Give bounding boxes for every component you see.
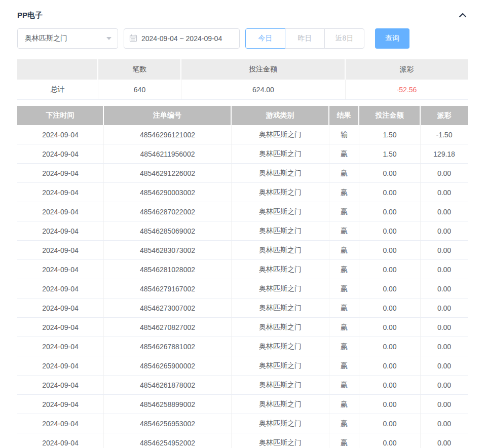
cell-bet-id: 48546254952002 (104, 433, 232, 448)
today-button[interactable]: 今日 (245, 28, 285, 49)
table-row: 2024-09-0448546267881002奥林匹斯之门赢0.000.00 (17, 337, 468, 356)
cell-result: 赢 (329, 298, 359, 317)
cell-bet-time: 2024-09-04 (17, 318, 104, 337)
cell-bet-amount: 1.50 (359, 125, 421, 144)
header-bet-amount: 投注金额 (359, 106, 421, 125)
header-bet-time: 下注时间 (17, 106, 104, 125)
cell-payout: 0.00 (421, 183, 468, 202)
cell-bet-time: 2024-09-04 (17, 298, 104, 317)
cell-bet-id: 48546211956002 (104, 144, 232, 163)
cell-result: 赢 (329, 202, 359, 221)
cell-bet-time: 2024-09-04 (17, 164, 104, 182)
cell-bet-time: 2024-09-04 (17, 260, 104, 279)
cell-bet-amount: 0.00 (359, 183, 421, 202)
cell-bet-id: 48546261878002 (104, 376, 232, 394)
cell-game-type: 奥林匹斯之门 (232, 298, 329, 317)
cell-bet-id: 48546283073002 (104, 241, 232, 259)
cell-bet-amount: 0.00 (359, 241, 421, 259)
cell-result: 赢 (329, 356, 359, 375)
cell-game-type: 奥林匹斯之门 (232, 279, 329, 298)
records-header-row: 下注时间注单编号游戏类别结果投注金额派彩 (17, 106, 468, 125)
summary-payout-value: -52.56 (346, 80, 468, 99)
collapse-button[interactable] (458, 10, 468, 20)
cell-bet-time: 2024-09-04 (17, 279, 104, 298)
table-row: 2024-09-0448546211956002奥林匹斯之门赢1.50129.1… (17, 144, 468, 164)
cell-result: 输 (329, 125, 359, 144)
last8days-button[interactable]: 近8日 (324, 28, 364, 49)
cell-payout: 0.00 (421, 279, 468, 298)
cell-result: 赢 (329, 221, 359, 240)
cell-bet-id: 48546256953002 (104, 414, 232, 433)
table-row: 2024-09-0448546273007002奥林匹斯之门赢0.000.00 (17, 298, 468, 318)
table-row: 2024-09-0448546261878002奥林匹斯之门赢0.000.00 (17, 376, 468, 395)
records-body: 2024-09-0448546296121002奥林匹斯之门输1.50-1.50… (17, 125, 468, 448)
summary-count-value: 640 (98, 80, 181, 99)
cell-result: 赢 (329, 164, 359, 182)
cell-payout: 0.00 (421, 337, 468, 356)
table-row: 2024-09-0448546254952002奥林匹斯之门赢0.000.00 (17, 433, 468, 448)
cell-result: 赢 (329, 395, 359, 414)
summary-total-row: 总计 640 624.00 -52.56 (17, 80, 468, 100)
cell-bet-amount: 0.00 (359, 356, 421, 375)
cell-game-type: 奥林匹斯之门 (232, 241, 329, 259)
cell-bet-id: 48546285069002 (104, 221, 232, 240)
cell-bet-id: 48546296121002 (104, 125, 232, 144)
table-row: 2024-09-0448546279167002奥林匹斯之门赢0.000.00 (17, 279, 468, 298)
cell-result: 赢 (329, 241, 359, 259)
cell-game-type: 奥林匹斯之门 (232, 433, 329, 448)
cell-result: 赢 (329, 376, 359, 394)
cell-bet-amount: 0.00 (359, 395, 421, 414)
summary-header-bet-amount: 投注金额 (181, 59, 346, 80)
cell-bet-amount: 0.00 (359, 433, 421, 448)
cell-bet-time: 2024-09-04 (17, 395, 104, 414)
cell-bet-amount: 0.00 (359, 164, 421, 182)
header-payout: 派彩 (421, 106, 468, 125)
cell-result: 赢 (329, 260, 359, 279)
cell-bet-time: 2024-09-04 (17, 414, 104, 433)
table-row: 2024-09-0448546285069002奥林匹斯之门赢0.000.00 (17, 221, 468, 241)
cell-game-type: 奥林匹斯之门 (232, 260, 329, 279)
cell-bet-id: 48546273007002 (104, 298, 232, 317)
cell-bet-amount: 0.00 (359, 337, 421, 356)
query-button[interactable]: 查询 (375, 28, 409, 49)
cell-result: 赢 (329, 318, 359, 337)
cell-game-type: 奥林匹斯之门 (232, 183, 329, 202)
cell-bet-time: 2024-09-04 (17, 144, 104, 163)
cell-bet-id: 48546258899002 (104, 395, 232, 414)
cell-payout: 0.00 (421, 395, 468, 414)
quick-range-group: 今日昨日近8日 (245, 28, 364, 49)
cell-payout: -1.50 (421, 125, 468, 144)
cell-result: 赢 (329, 337, 359, 356)
game-select-value: 奥林匹斯之门 (25, 34, 67, 43)
cell-payout: 129.18 (421, 144, 468, 163)
cell-game-type: 奥林匹斯之门 (232, 414, 329, 433)
cell-result: 赢 (329, 414, 359, 433)
yesterday-button[interactable]: 昨日 (285, 28, 325, 49)
game-select[interactable]: 奥林匹斯之门 (17, 28, 118, 49)
cell-bet-time: 2024-09-04 (17, 337, 104, 356)
date-range-picker[interactable]: 2024-09-04 ~ 2024-09-04 (124, 28, 240, 49)
cell-bet-time: 2024-09-04 (17, 241, 104, 259)
cell-payout: 0.00 (421, 164, 468, 182)
header-result: 结果 (329, 106, 359, 125)
cell-bet-time: 2024-09-04 (17, 356, 104, 375)
cell-game-type: 奥林匹斯之门 (232, 144, 329, 163)
cell-bet-amount: 0.00 (359, 414, 421, 433)
summary-table: 笔数 投注金额 派彩 总计 640 624.00 -52.56 (17, 59, 468, 100)
cell-bet-id: 48546291226002 (104, 164, 232, 182)
panel-header: PP电子 (0, 0, 485, 20)
cell-bet-id: 48546267881002 (104, 337, 232, 356)
caret-down-icon (106, 37, 111, 40)
table-row: 2024-09-0448546290003002奥林匹斯之门赢0.000.00 (17, 183, 468, 202)
cell-game-type: 奥林匹斯之门 (232, 337, 329, 356)
cell-payout: 0.00 (421, 414, 468, 433)
cell-bet-id: 48546281028002 (104, 260, 232, 279)
cell-bet-id: 48546270827002 (104, 318, 232, 337)
cell-bet-time: 2024-09-04 (17, 202, 104, 221)
cell-result: 赢 (329, 433, 359, 448)
cell-game-type: 奥林匹斯之门 (232, 318, 329, 337)
table-row: 2024-09-0448546287022002奥林匹斯之门赢0.000.00 (17, 202, 468, 221)
cell-bet-amount: 0.00 (359, 376, 421, 394)
cell-bet-time: 2024-09-04 (17, 125, 104, 144)
table-row: 2024-09-0448546258899002奥林匹斯之门赢0.000.00 (17, 395, 468, 414)
